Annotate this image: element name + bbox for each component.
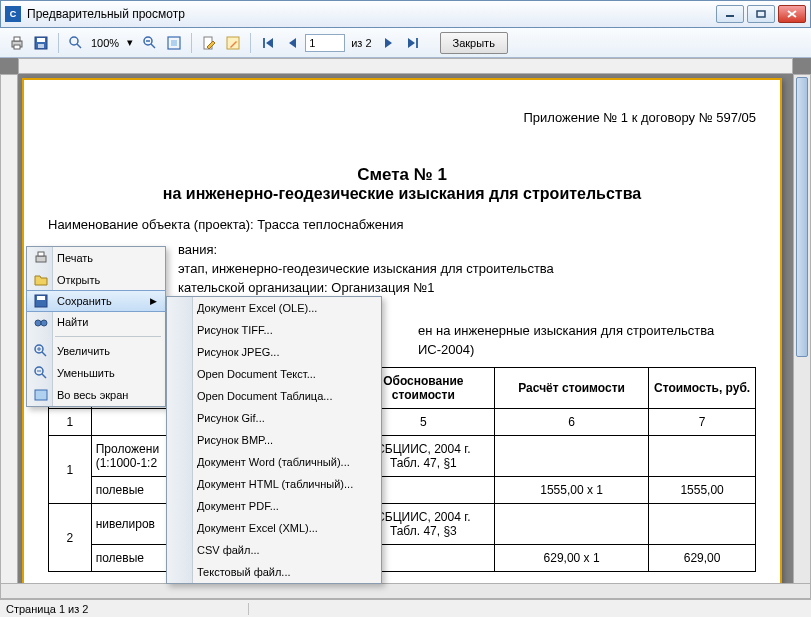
last-page-button[interactable] — [402, 32, 424, 54]
menu-item-Печать[interactable]: Печать — [27, 247, 165, 269]
printer-icon — [31, 250, 51, 266]
minimize-button[interactable] — [716, 5, 744, 23]
scrollbar-horizontal[interactable] — [0, 583, 811, 599]
svg-rect-1 — [757, 11, 765, 17]
svg-line-37 — [42, 374, 46, 378]
svg-point-30 — [41, 320, 47, 326]
ruler-vertical — [0, 74, 18, 585]
menu-item-Сохранить[interactable]: Сохранить▶ — [26, 290, 166, 312]
submenu-item-label: Документ Word (табличный)... — [197, 456, 373, 468]
folder-open-icon — [31, 272, 51, 288]
doc-attachment: Приложение № 1 к договору № 597/05 — [48, 110, 756, 125]
svg-line-14 — [151, 44, 155, 48]
table-numrow: 1 4 5 6 7 — [49, 409, 756, 436]
svg-line-11 — [77, 44, 81, 48]
zoom-value: 100% — [89, 37, 121, 49]
ruler-horizontal — [18, 58, 793, 74]
submenu-item-label: Документ Excel (OLE)... — [197, 302, 373, 314]
submenu-item[interactable]: Документ Excel (XML)... — [167, 517, 381, 539]
doc-subtitle: на инженерно-геодезические изыскания для… — [48, 185, 756, 203]
titlebar: С Предварительный просмотр — [0, 0, 811, 28]
context-menu: ПечатьОткрытьСохранить▶НайтиУвеличитьУме… — [26, 246, 166, 407]
svg-rect-5 — [14, 37, 20, 41]
zoom-fit-button[interactable] — [163, 32, 185, 54]
submenu-item[interactable]: Рисунок JPEG... — [167, 341, 381, 363]
submenu-item-label: Рисунок TIFF... — [197, 324, 373, 336]
menu-item-label: Найти — [57, 316, 157, 328]
save-icon — [31, 293, 51, 309]
submenu-item[interactable]: Документ PDF... — [167, 495, 381, 517]
submenu-item[interactable]: Open Document Текст... — [167, 363, 381, 385]
svg-rect-26 — [38, 252, 44, 256]
page-total-label: из 2 — [351, 37, 371, 49]
scrollbar-vertical[interactable] — [793, 74, 811, 585]
table-row: полевые 629,00 x 1 629,00 — [49, 545, 756, 572]
edit-page-button[interactable] — [198, 32, 220, 54]
menu-item-label: Во весь экран — [57, 389, 157, 401]
annotate-button[interactable] — [222, 32, 244, 54]
menu-item-Во весь экран[interactable]: Во весь экран — [27, 384, 165, 406]
submenu-arrow-icon: ▶ — [150, 296, 157, 306]
menu-item-label: Сохранить — [57, 295, 150, 307]
scrollbar-thumb[interactable] — [796, 77, 808, 357]
submenu-item-label: Документ PDF... — [197, 500, 373, 512]
first-page-button[interactable] — [257, 32, 279, 54]
svg-point-10 — [70, 37, 78, 45]
fullscreen-icon — [31, 387, 51, 403]
window-title: Предварительный просмотр — [27, 7, 716, 21]
submenu-item[interactable]: Текстовый файл... — [167, 561, 381, 583]
submenu-item[interactable]: Документ HTML (табличный)... — [167, 473, 381, 495]
prev-page-button[interactable] — [281, 32, 303, 54]
submenu-item[interactable]: Документ Excel (OLE)... — [167, 297, 381, 319]
maximize-button[interactable] — [747, 5, 775, 23]
submenu-item-label: CSV файл... — [197, 544, 373, 556]
menu-item-label: Открыть — [57, 274, 157, 286]
print-button[interactable] — [6, 32, 28, 54]
next-page-button[interactable] — [378, 32, 400, 54]
submenu-item[interactable]: Рисунок BMP... — [167, 429, 381, 451]
submenu-item-label: Рисунок JPEG... — [197, 346, 373, 358]
close-preview-button[interactable]: Закрыть — [440, 32, 508, 54]
save-button[interactable] — [30, 32, 52, 54]
context-submenu-save: Документ Excel (OLE)...Рисунок TIFF...Ри… — [166, 296, 382, 584]
submenu-item-label: Open Document Таблица... — [197, 390, 373, 402]
close-window-button[interactable] — [778, 5, 806, 23]
zoom-dropdown-button[interactable]: ▾ — [123, 32, 137, 54]
table-row: полевые 1555,00 x 1 1555,00 — [49, 477, 756, 504]
svg-rect-38 — [35, 390, 47, 400]
svg-marker-20 — [266, 38, 273, 48]
svg-marker-22 — [385, 38, 392, 48]
zoom-tool-button[interactable] — [65, 32, 87, 54]
table-row: 1 Проложени(1:1000-1:2 1 СБЦИИС, 2004 г.… — [49, 436, 756, 477]
submenu-item[interactable]: CSV файл... — [167, 539, 381, 561]
submenu-item-label: Рисунок BMP... — [197, 434, 373, 446]
submenu-item-label: Рисунок Gif... — [197, 412, 373, 424]
table-row: 2 нивелиров 1 СБЦИИС, 2004 г.Табл. 47, §… — [49, 504, 756, 545]
submenu-item[interactable]: Open Document Таблица... — [167, 385, 381, 407]
svg-rect-25 — [36, 256, 46, 262]
svg-marker-21 — [289, 38, 296, 48]
doc-object-line: Наименование объекта (проекта): Трасса т… — [48, 217, 756, 232]
menu-item-Открыть[interactable]: Открыть — [27, 269, 165, 291]
doc-stage-line: этап, инженерно-геодезические изыскания … — [178, 261, 756, 276]
submenu-item-label: Документ Excel (XML)... — [197, 522, 373, 534]
svg-rect-16 — [171, 40, 177, 46]
zoom-in-icon — [31, 343, 51, 359]
menu-item-Найти[interactable]: Найти — [27, 311, 165, 333]
menu-item-Уменьшить[interactable]: Уменьшить — [27, 362, 165, 384]
svg-marker-23 — [408, 38, 415, 48]
page-number-input[interactable] — [305, 34, 345, 52]
toolbar: 100% ▾ из 2 Закрыть — [0, 28, 811, 58]
statusbar: Страница 1 из 2 — [0, 599, 811, 617]
submenu-item[interactable]: Документ Word (табличный)... — [167, 451, 381, 473]
svg-rect-6 — [14, 45, 20, 49]
zoom-out-button[interactable] — [139, 32, 161, 54]
submenu-item[interactable]: Рисунок TIFF... — [167, 319, 381, 341]
submenu-item-label: Open Document Текст... — [197, 368, 373, 380]
svg-point-29 — [35, 320, 41, 326]
doc-price-line: ен на инженерные изыскания для строитель… — [418, 323, 756, 338]
doc-stage-pre: вания: — [178, 242, 756, 257]
submenu-item[interactable]: Рисунок Gif... — [167, 407, 381, 429]
menu-item-Увеличить[interactable]: Увеличить — [27, 340, 165, 362]
svg-line-34 — [42, 352, 46, 356]
